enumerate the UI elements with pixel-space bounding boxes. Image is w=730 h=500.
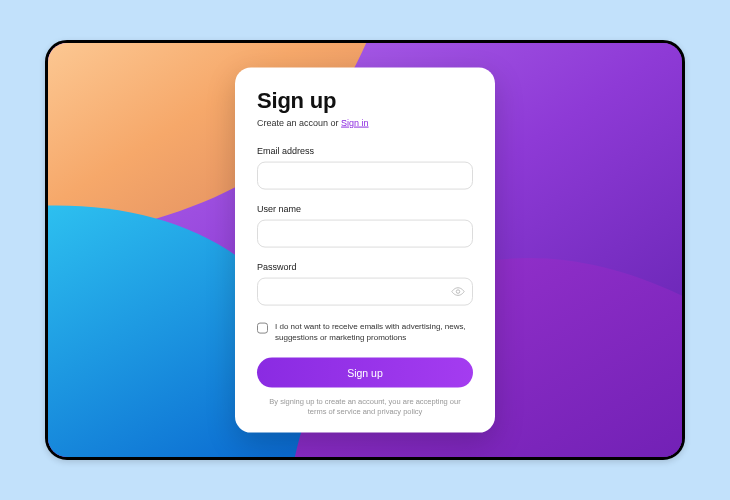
optout-label: I do not want to receive emails with adv… [275, 322, 473, 344]
email-label: Email address [257, 146, 473, 156]
signup-card: Sign up Create an accoun or Sign in Emai… [235, 68, 495, 433]
terms-text: By signing up to create an account, you … [257, 396, 473, 416]
password-input[interactable] [257, 278, 473, 306]
username-input[interactable] [257, 220, 473, 248]
signin-link[interactable]: Sign in [341, 118, 369, 128]
username-field-group: User name [257, 204, 473, 248]
email-input[interactable] [257, 162, 473, 190]
optout-checkbox[interactable] [257, 323, 268, 334]
svg-point-1 [456, 290, 460, 294]
device-frame: Sign up Create an accoun or Sign in Emai… [45, 40, 685, 460]
form-title: Sign up [257, 88, 473, 114]
subtitle-prefix: Create an accoun or [257, 118, 341, 128]
signup-button[interactable]: Sign up [257, 357, 473, 387]
email-field-group: Email address [257, 146, 473, 190]
form-subtitle: Create an accoun or Sign in [257, 118, 473, 128]
eye-icon[interactable] [451, 285, 465, 299]
password-label: Password [257, 262, 473, 272]
marketing-optout: I do not want to receive emails with adv… [257, 322, 473, 344]
password-field-group: Password [257, 262, 473, 306]
username-label: User name [257, 204, 473, 214]
